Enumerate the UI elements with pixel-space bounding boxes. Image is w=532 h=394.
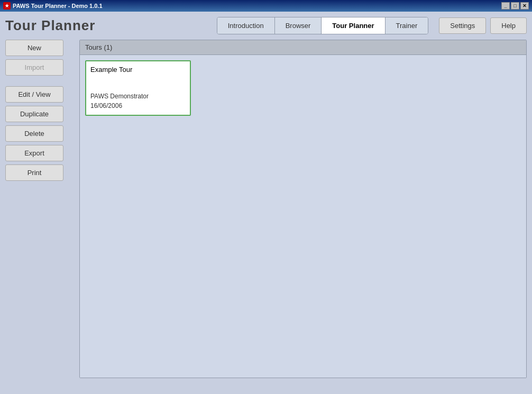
tab-trainer[interactable]: Trainer xyxy=(386,17,428,34)
sidebar: New Import Edit / View Duplicate Delete … xyxy=(5,40,74,378)
tour-card-title: Example Tour xyxy=(90,66,186,74)
tour-card-footer: PAWS Demonstrator 16/06/2006 xyxy=(90,91,186,111)
settings-button[interactable]: Settings xyxy=(439,17,486,34)
tour-card[interactable]: Example Tour PAWS Demonstrator 16/06/200… xyxy=(85,60,191,116)
app-icon: ★ xyxy=(3,2,11,10)
maximize-button[interactable]: □ xyxy=(511,2,519,10)
content-area: New Import Edit / View Duplicate Delete … xyxy=(5,40,527,378)
panel-content: Example Tour PAWS Demonstrator 16/06/200… xyxy=(80,55,526,378)
action-buttons: Settings Help xyxy=(439,17,527,34)
import-button[interactable]: Import xyxy=(5,59,63,76)
tour-card-author: PAWS Demonstrator xyxy=(90,91,186,101)
tab-tour-planner[interactable]: Tour Planner xyxy=(322,17,385,34)
tab-browser[interactable]: Browser xyxy=(275,17,322,34)
title-bar-text: PAWS Tour Planner - Demo 1.0.1 xyxy=(13,3,103,9)
title-bar: ★ PAWS Tour Planner - Demo 1.0.1 _ □ ✕ xyxy=(0,0,532,12)
title-bar-left: ★ PAWS Tour Planner - Demo 1.0.1 xyxy=(3,2,103,10)
minimize-button[interactable]: _ xyxy=(501,2,510,10)
print-button[interactable]: Print xyxy=(5,164,63,181)
panel-header: Tours (1) xyxy=(80,40,526,55)
export-button[interactable]: Export xyxy=(5,145,63,161)
delete-button[interactable]: Delete xyxy=(5,125,63,142)
title-bar-controls: _ □ ✕ xyxy=(501,2,529,10)
tabs-and-actions: Introduction Browser Tour Planner Traine… xyxy=(217,17,527,34)
close-button[interactable]: ✕ xyxy=(520,2,529,10)
tour-card-date: 16/06/2006 xyxy=(90,101,186,111)
duplicate-button[interactable]: Duplicate xyxy=(5,106,63,122)
help-button[interactable]: Help xyxy=(490,17,527,34)
edit-view-button[interactable]: Edit / View xyxy=(5,86,63,103)
main-window: Tour Planner Introduction Browser Tour P… xyxy=(0,12,532,394)
new-button[interactable]: New xyxy=(5,40,63,56)
tabs-group: Introduction Browser Tour Planner Traine… xyxy=(217,17,429,34)
main-panel: Tours (1) Example Tour PAWS Demonstrator… xyxy=(79,40,527,378)
app-title: Tour Planner xyxy=(5,17,95,34)
header: Tour Planner Introduction Browser Tour P… xyxy=(5,17,527,34)
tab-introduction[interactable]: Introduction xyxy=(217,17,275,34)
